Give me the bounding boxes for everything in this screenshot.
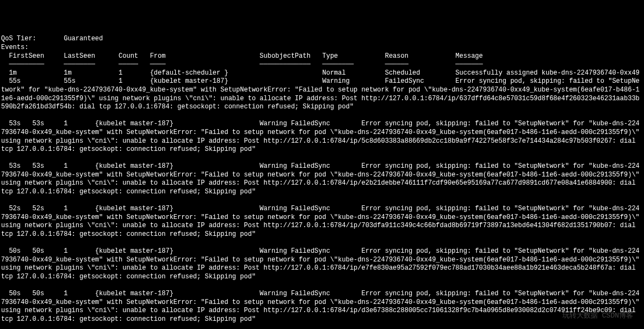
- terminal-output: QoS Tier: Guaranteed Events: FirstSeen L…: [1, 35, 643, 329]
